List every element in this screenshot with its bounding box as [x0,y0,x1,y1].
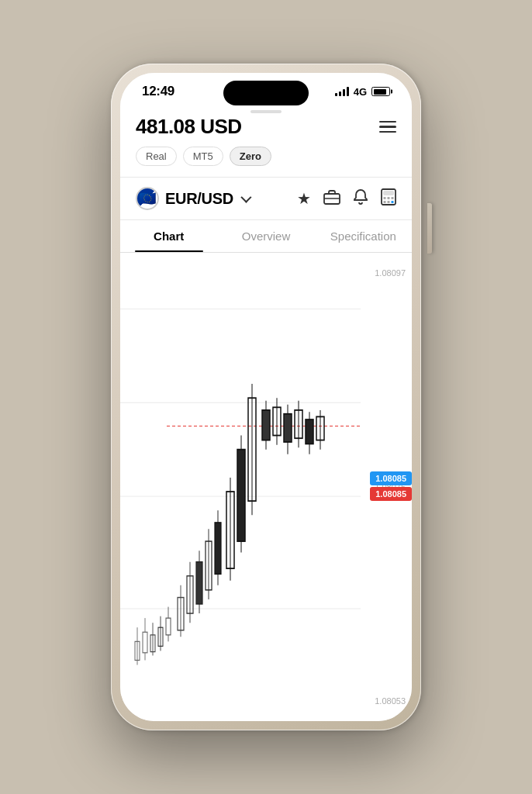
svg-rect-34 [215,523,221,574]
tab-chart[interactable]: Chart [120,220,217,252]
balance-amount: 481.08 USD [136,115,242,139]
battery-fill [374,89,386,95]
svg-rect-42 [262,410,270,440]
tag-zero[interactable]: Zero [230,147,271,166]
status-right: 4G [335,86,390,98]
briefcase-icon[interactable] [323,189,340,209]
hamburger-menu-button[interactable] [379,121,396,133]
svg-rect-4 [384,197,386,199]
svg-rect-50 [306,419,313,444]
svg-rect-3 [384,191,394,195]
svg-rect-5 [388,197,390,199]
svg-rect-8 [388,201,390,203]
svg-rect-38 [237,450,245,541]
status-time: 12:49 [142,84,174,99]
calculator-icon[interactable] [381,188,396,209]
star-icon[interactable]: ★ [297,189,311,208]
bell-icon[interactable] [353,188,368,209]
chevron-down-icon [240,192,251,203]
tag-real[interactable]: Real [136,147,177,166]
svg-rect-7 [384,201,386,203]
svg-rect-46 [284,414,292,442]
side-button [427,203,432,254]
svg-rect-30 [196,562,202,604]
signal-bars-icon [335,87,349,96]
battery-icon [371,87,390,96]
svg-rect-9 [392,201,394,203]
scroll-indicator [250,110,282,113]
pair-section: 🇪🇺 EUR/USD ★ [120,178,412,220]
dynamic-island [223,81,309,105]
chart-area[interactable]: 1.08097 1.08075 1.08053 1.08085 1.08085 [120,253,412,721]
svg-rect-18 [143,632,147,653]
phone-screen: 12:49 4G 481.08 USD Real [120,73,412,721]
ask-price-badge: 1.08085 [370,487,412,501]
account-tags: Real MT5 Zero [136,147,396,166]
phone-frame: 12:49 4G 481.08 USD Real [111,64,421,730]
tab-overview[interactable]: Overview [217,220,314,252]
candlestick-chart [120,253,412,721]
tag-mt5[interactable]: MT5 [183,147,223,166]
price-badges: 1.08085 1.08085 [370,471,412,501]
pair-actions: ★ [297,188,396,209]
tabs-section: Chart Overview Specification [120,220,412,253]
network-label: 4G [354,86,367,98]
pair-left[interactable]: 🇪🇺 EUR/USD [136,187,249,210]
pair-name: EUR/USD [165,190,233,208]
svg-rect-6 [392,197,394,199]
header-section: 481.08 USD Real MT5 Zero [120,105,412,178]
currency-flag-icon: 🇪🇺 [136,187,159,210]
balance-row: 481.08 USD [136,115,396,139]
bid-price-badge: 1.08085 [370,471,412,485]
tab-specification[interactable]: Specification [315,220,412,252]
svg-rect-24 [166,618,171,635]
